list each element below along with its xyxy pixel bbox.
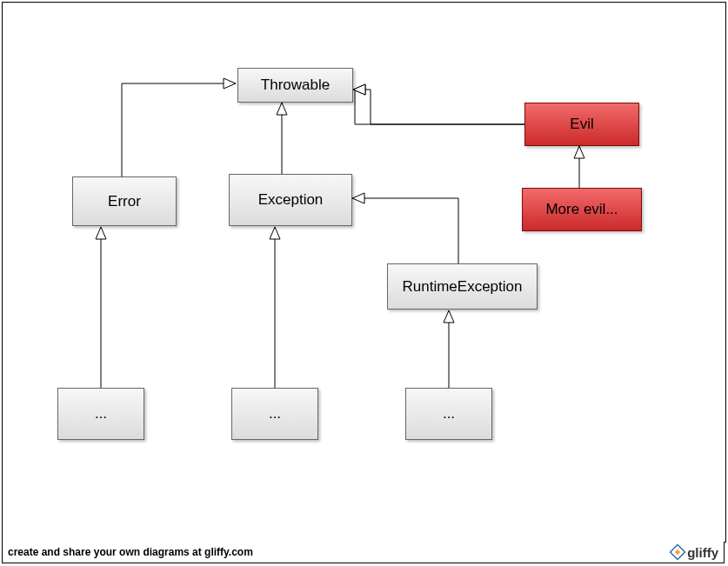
node-runtime-ellipsis: ... xyxy=(405,388,492,440)
node-runtimeexception: RuntimeException xyxy=(387,263,538,310)
node-label: Throwable xyxy=(261,77,330,94)
footer-bar: create and share your own diagrams at gl… xyxy=(2,542,725,563)
gliffy-logo[interactable]: gliffy xyxy=(670,544,718,560)
node-label: ... xyxy=(95,405,107,423)
gliffy-icon xyxy=(670,544,685,560)
footer-text: create and share your own diagrams at gl… xyxy=(8,546,253,558)
connectors-layer xyxy=(3,3,725,542)
node-more-evil: More evil... xyxy=(522,188,642,231)
node-exception-ellipsis: ... xyxy=(231,388,318,440)
node-error-ellipsis: ... xyxy=(57,388,144,440)
node-evil: Evil xyxy=(524,103,639,146)
node-label: Evil xyxy=(570,116,593,133)
svg-rect-1 xyxy=(675,549,680,555)
node-exception: Exception xyxy=(229,174,352,226)
diagram-frame: Throwable Error Exception RuntimeExcepti… xyxy=(0,0,728,566)
node-label: More evil... xyxy=(545,201,618,218)
connector-evil-throwable xyxy=(3,3,725,542)
node-label: ... xyxy=(269,405,281,423)
node-label: Exception xyxy=(258,191,324,209)
gliffy-brand-text: gliffy xyxy=(687,545,718,560)
node-label: RuntimeException xyxy=(403,278,523,296)
node-label: Error xyxy=(108,193,141,210)
diagram-canvas: Throwable Error Exception RuntimeExcepti… xyxy=(2,2,726,543)
node-error: Error xyxy=(72,176,177,226)
node-label: ... xyxy=(443,405,455,423)
node-throwable: Throwable xyxy=(237,68,353,103)
